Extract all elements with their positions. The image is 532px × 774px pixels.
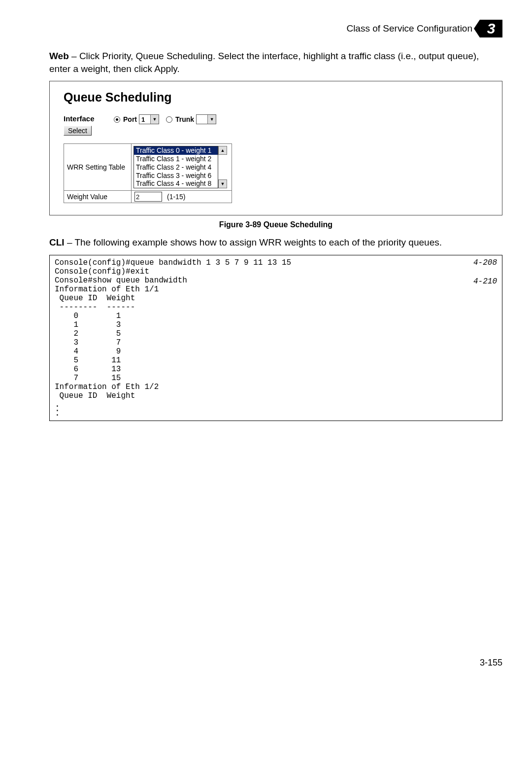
trunk-radio[interactable] — [166, 116, 172, 123]
interface-options: Port 1 ▼ Trunk ▼ — [114, 114, 216, 124]
weight-hint: (1-15) — [167, 193, 185, 201]
chevron-down-icon: ▼ — [207, 115, 216, 124]
port-value: 1 — [139, 116, 150, 123]
page-header: Class of Service Configuration 3 — [49, 20, 502, 37]
port-dropdown[interactable]: 1 ▼ — [139, 114, 159, 124]
cli-ref-2: 4-210 — [473, 277, 497, 286]
trunk-label: Trunk — [175, 115, 194, 123]
scroll-up-icon[interactable]: ▲ — [218, 146, 227, 155]
cli-label: CLI — [49, 237, 65, 247]
interface-row: Interface Select Port 1 ▼ Trunk ▼ — [64, 114, 488, 136]
wrr-setting-table: WRR Setting Table Traffic Class 0 - weig… — [64, 143, 232, 191]
weight-label: Weight Value — [64, 191, 132, 203]
weight-value-row: Weight Value (1-15) — [64, 191, 232, 203]
list-item[interactable]: Traffic Class 3 - weight 6 — [134, 172, 218, 180]
screenshot-title: Queue Scheduling — [64, 90, 488, 105]
web-paragraph: Web – Click Priority, Queue Scheduling. … — [49, 50, 502, 75]
vertical-ellipsis-icon: ... — [55, 402, 497, 416]
cli-paragraph: CLI – The following example shows how to… — [49, 236, 502, 249]
list-item[interactable]: Traffic Class 1 - weight 2 — [134, 155, 218, 163]
wrr-label: WRR Setting Table — [64, 144, 132, 190]
cli-line3: Console#show queue bandwidth — [55, 276, 187, 285]
page-number: 3-155 — [49, 658, 502, 668]
port-radio[interactable] — [114, 116, 120, 123]
list-item[interactable]: Traffic Class 0 - weight 1 — [134, 146, 218, 155]
chapter-badge: 3 — [480, 20, 502, 37]
cli-ref-1: 4-208 — [473, 258, 497, 267]
cli-line2: Console(config)#exit — [55, 267, 149, 276]
queue-scheduling-screenshot: Queue Scheduling Interface Select Port 1… — [49, 81, 502, 215]
figure-caption: Figure 3-89 Queue Scheduling — [49, 220, 502, 229]
web-label: Web — [49, 51, 69, 61]
port-label: Port — [123, 115, 137, 123]
trunk-dropdown[interactable]: ▼ — [196, 114, 216, 124]
interface-label: Interface — [64, 114, 107, 123]
listbox-scrollbar[interactable]: ▲ ▼ — [218, 146, 227, 188]
list-item[interactable]: Traffic Class 4 - weight 8 — [134, 179, 218, 188]
cli-text: – The following example shows how to ass… — [65, 237, 442, 247]
select-button[interactable]: Select — [64, 126, 92, 136]
cli-line1: Console(config)#queue bandwidth 1 3 5 7 … — [55, 258, 291, 267]
chevron-down-icon: ▼ — [150, 115, 159, 124]
weight-input[interactable] — [134, 192, 162, 202]
list-item[interactable]: Traffic Class 2 - weight 4 — [134, 163, 218, 172]
cli-example: 4-208Console(config)#queue bandwidth 1 3… — [49, 255, 502, 421]
web-text: – Click Priority, Queue Scheduling. Sele… — [49, 51, 479, 74]
cli-body: Information of Eth 1/1 Queue ID Weight -… — [55, 285, 159, 400]
header-title: Class of Service Configuration — [346, 23, 472, 34]
scroll-down-icon[interactable]: ▼ — [218, 179, 227, 188]
wrr-listbox[interactable]: Traffic Class 0 - weight 1 Traffic Class… — [133, 146, 218, 188]
